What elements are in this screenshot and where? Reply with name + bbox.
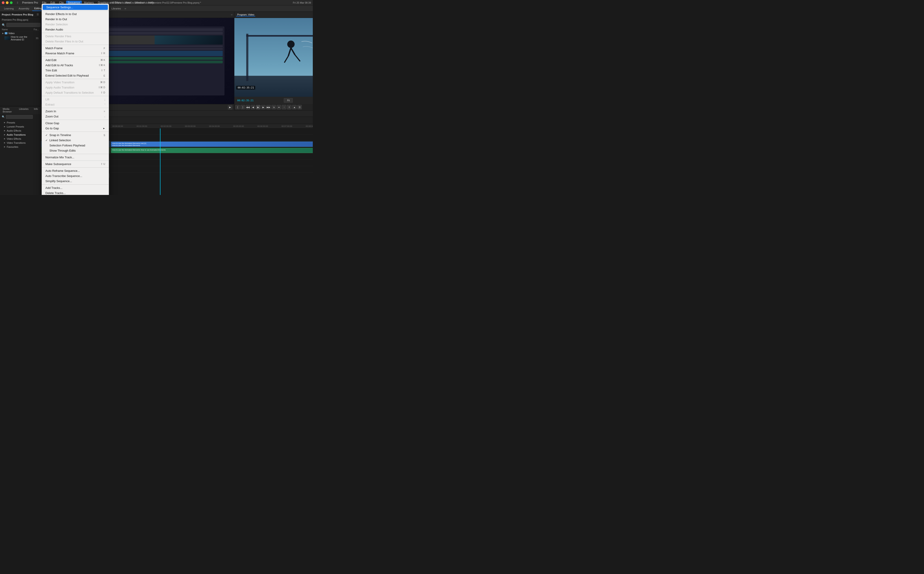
program-video-svg: [234, 18, 313, 97]
effects-item-audio-transitions[interactable]: ► Audio Transitions: [0, 133, 41, 137]
btn-camera[interactable]: ☰: [297, 105, 302, 109]
minimize-button[interactable]: [6, 2, 8, 4]
btn-insert[interactable]: ⇲: [272, 105, 276, 109]
tab-media-browser[interactable]: Media Browser: [0, 107, 16, 114]
clip-v1-main[interactable]: How to use the Animated Elements mid [V]…: [111, 142, 313, 147]
close-button[interactable]: [2, 2, 5, 4]
menu-item-simplify-sequence[interactable]: Simplify Sequence...: [42, 178, 109, 184]
shortcut-apply-default: ⇧ D: [101, 91, 105, 94]
tab-libraries[interactable]: Libraries: [109, 6, 123, 11]
menu-item-label: Make Subsequence: [46, 162, 71, 166]
shortcut-add-edit-all: ⇧⌘ K: [98, 64, 105, 67]
shortcut-match-frame: F: [104, 47, 105, 50]
divider-4: [42, 57, 109, 57]
fit-dropdown[interactable]: Fit: [284, 98, 293, 102]
menu-item-auto-reframe[interactable]: Auto Reframe Sequence...: [42, 168, 109, 173]
menu-item-close-gap[interactable]: Close Gap: [42, 121, 109, 126]
menu-item-zoom-out[interactable]: Zoom Out -: [42, 114, 109, 119]
menu-premiere-pro[interactable]: Premiere Pro: [20, 1, 40, 5]
panel-header-more[interactable]: ››: [231, 13, 232, 16]
menu-item-label: Apply Default Transitions to Selection: [46, 91, 94, 94]
menu-item-render-audio[interactable]: Render Audio: [42, 27, 109, 32]
menu-item-delete-render-files: Delete Render Files: [42, 34, 109, 39]
btn-snap[interactable]: ▲: [292, 105, 297, 109]
file-item-video-folder[interactable]: ► Video: [0, 32, 41, 35]
menu-item-show-through-edits[interactable]: ✓ Show Through Edits: [42, 148, 109, 153]
effects-item-video-effects[interactable]: ► Video Effects: [0, 137, 41, 141]
source-play-btn[interactable]: ▶: [228, 105, 232, 110]
menu-item-go-to-gap[interactable]: Go to Gap ►: [42, 126, 109, 131]
menu-item-match-frame[interactable]: Match Frame F: [42, 46, 109, 51]
menu-item-linked-selection[interactable]: ✓ Linked Selection: [42, 138, 109, 143]
menu-item-selection-follows-playhead[interactable]: ✓ Selection Follows Playhead: [42, 143, 109, 148]
effects-label: Audio Transitions: [7, 133, 25, 136]
checkmark-snap: ✓: [46, 134, 49, 137]
btn-play-program[interactable]: ▶: [256, 105, 261, 109]
btn-step-fwd[interactable]: ▶: [261, 105, 265, 109]
menu-item-add-tracks[interactable]: Add Tracks...: [42, 185, 109, 191]
clips-row-a4: [111, 166, 313, 172]
col-fr-header: Fra...: [30, 28, 39, 31]
menu-item-label: Close Gap: [46, 121, 59, 125]
effects-item-favourites[interactable]: ► Favourites: [0, 145, 41, 149]
clips-row-v1: How to use the Animated Elements mid [V]…: [111, 141, 313, 147]
btn-lift[interactable]: ↑: [282, 105, 286, 109]
menu-item-add-edit-all[interactable]: Add Edit to All Tracks ⇧⌘ K: [42, 63, 109, 68]
workspace-more-button[interactable]: ››: [125, 7, 126, 10]
col-name-header: Name: [2, 28, 30, 31]
menu-item-auto-transcribe[interactable]: Auto Transcribe Sequence...: [42, 173, 109, 178]
menu-item-normalize-mix[interactable]: Normalize Mix Track...: [42, 155, 109, 160]
btn-mark-in[interactable]: {: [235, 105, 240, 109]
btn-overwrite[interactable]: ⇴: [276, 105, 281, 109]
window-controls[interactable]: [2, 2, 13, 4]
effects-label: Video Effects: [7, 137, 21, 140]
effects-item-audio-effects[interactable]: ► Audio Effects: [0, 129, 41, 133]
btn-step-back[interactable]: ◀: [251, 105, 255, 109]
menu-item-label: Match Frame: [46, 46, 63, 50]
menu-item-zoom-in[interactable]: Zoom In =: [42, 109, 109, 114]
menu-item-trim-edit[interactable]: Trim Edit ⇧ T: [42, 68, 109, 73]
menu-item-label: Delete Tracks...: [46, 191, 66, 195]
file-tree: ► Video How to use the Animated El 30.: [0, 32, 41, 106]
menu-item-add-edit[interactable]: Add Edit ⌘ K: [42, 57, 109, 63]
menu-item-render-selection: Render Selection: [42, 22, 109, 27]
btn-prev-edit[interactable]: ◀◀: [246, 105, 250, 109]
menu-item-render-in-out[interactable]: Render In to Out: [42, 17, 109, 22]
menu-item-label: Apply Audio Transition: [46, 86, 74, 89]
tab-libraries[interactable]: Libraries: [16, 107, 31, 114]
submenu-arrow-icon: ►: [103, 127, 105, 129]
btn-mark-out[interactable]: }: [240, 105, 245, 109]
project-search-input[interactable]: [6, 23, 41, 27]
menu-item-reverse-match-frame[interactable]: Reverse Match Frame ⇧ R: [42, 51, 109, 56]
left-panel: Project: Premiere Pro Blog ☰ Premiere Pr…: [0, 12, 41, 195]
effects-item-lumetri[interactable]: ► Lumetri Presets: [0, 125, 41, 129]
folder-icon: [5, 32, 8, 35]
menu-item-render-effects[interactable]: Render Effects In to Out: [42, 11, 109, 17]
menu-item-sequence-settings[interactable]: Sequence Settings...: [43, 5, 108, 10]
clip-a1-label-top: How to use the Animated Elements: [112, 149, 140, 151]
effects-search-input[interactable]: [6, 115, 33, 119]
menu-item-snap-in-timeline[interactable]: ✓ Snap in Timeline S: [42, 132, 109, 138]
btn-extract[interactable]: ⇳: [287, 105, 291, 109]
project-menu-icon[interactable]: ☰: [36, 13, 39, 16]
clip-a1-main[interactable]: How to use the Animated Elements How to …: [111, 148, 313, 153]
maximize-button[interactable]: [10, 2, 13, 4]
clip-label: How to use the Animated El: [11, 35, 36, 41]
effects-item-presets[interactable]: ► Presets: [0, 121, 41, 125]
ruler-5: 00:05:00:00: [233, 125, 244, 127]
menu-item-delete-tracks[interactable]: Delete Tracks...: [42, 191, 109, 195]
file-item-clip[interactable]: How to use the Animated El 30.: [0, 35, 41, 41]
tab-learning[interactable]: Learning: [2, 6, 16, 11]
tab-info[interactable]: Info: [31, 107, 41, 114]
menu-item-make-subsequence[interactable]: Make Subsequence ⇧ U: [42, 161, 109, 167]
shortcut-apply-video: ⌘ D: [100, 81, 105, 84]
effects-label: Lumetri Presets: [7, 125, 24, 128]
shortcut-add-edit: ⌘ K: [100, 58, 105, 62]
menu-apple[interactable]: : [15, 1, 20, 5]
menu-item-extract: Extract ': [42, 102, 109, 107]
menu-item-extend-edit[interactable]: Extend Selected Edit to Playhead E: [42, 73, 109, 78]
fit-label: Fit: [287, 99, 290, 102]
btn-next-edit[interactable]: ▶▶: [266, 105, 271, 109]
effects-item-video-transitions[interactable]: ► Video Transitions: [0, 141, 41, 145]
tab-assembly[interactable]: Assembly: [16, 6, 32, 11]
